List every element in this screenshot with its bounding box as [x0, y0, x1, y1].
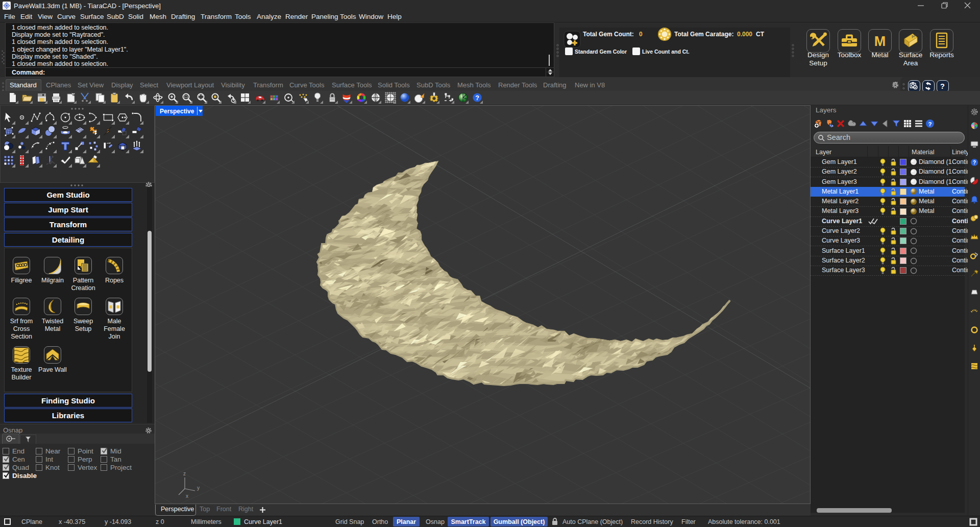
svg-text:M: M [874, 34, 886, 49]
svg-text:z: z [183, 471, 186, 476]
svg-text:?: ? [475, 94, 479, 102]
svg-text:?: ? [940, 82, 945, 90]
svg-text:?: ? [928, 121, 932, 127]
svg-text:x: x [186, 493, 188, 499]
svg-text:?: ? [973, 160, 976, 165]
svg-text:y: y [197, 485, 200, 491]
